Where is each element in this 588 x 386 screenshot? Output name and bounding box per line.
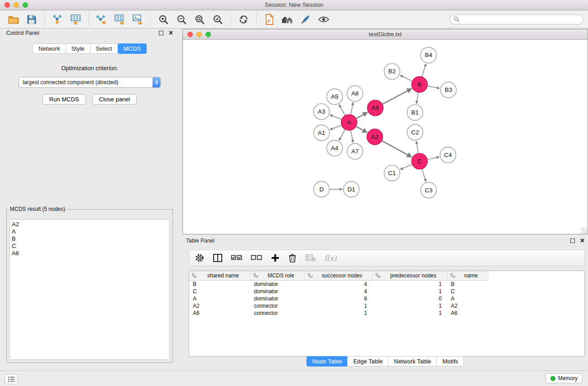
- add-column-button[interactable]: [271, 253, 280, 262]
- table-row[interactable]: Adominator80A: [189, 295, 488, 302]
- zoom-out-button[interactable]: [172, 12, 191, 27]
- graph-edge-C-C1[interactable]: [400, 165, 412, 170]
- tab-edge-table[interactable]: Edge Table: [347, 356, 388, 367]
- function-builder-button[interactable]: f(x): [324, 254, 336, 262]
- zoom-window-button[interactable]: [23, 2, 28, 8]
- tab-select[interactable]: Select: [90, 43, 118, 54]
- tab-node-table[interactable]: Node Table: [306, 356, 348, 367]
- graph-edge-C-C2[interactable]: [416, 141, 418, 153]
- graph-edge-A6-B[interactable]: [382, 89, 411, 104]
- tab-motifs[interactable]: Motifs: [436, 356, 464, 367]
- network-zoom-button[interactable]: [206, 32, 211, 37]
- home-button[interactable]: [278, 12, 296, 27]
- graph-edge-A-A4[interactable]: [339, 130, 345, 140]
- tab-style[interactable]: Style: [66, 43, 91, 54]
- graph-node-C3[interactable]: C3: [421, 182, 436, 198]
- deselect-all-button[interactable]: [251, 254, 263, 262]
- table-row[interactable]: A6connector11A6: [189, 310, 488, 317]
- tab-network[interactable]: Network: [33, 43, 66, 54]
- graph-node-A2[interactable]: A2: [367, 129, 383, 145]
- show-hide-details-button[interactable]: [315, 12, 333, 27]
- close-panel-button[interactable]: Close panel: [92, 94, 137, 105]
- graph-edge-B-B2[interactable]: [400, 75, 412, 81]
- close-table-panel-icon[interactable]: ×: [580, 237, 584, 244]
- float-table-panel-icon[interactable]: [570, 238, 575, 243]
- network-canvas-svg[interactable]: B4B2BB3A5A8A6A3B1AC2A1A2A4A7C4CC1DD1C3: [183, 40, 588, 234]
- table-row[interactable]: Cdominator41C: [189, 288, 488, 295]
- export-image-button[interactable]: [129, 12, 147, 27]
- graph-edge-B-B3[interactable]: [428, 86, 440, 88]
- graph-node-B4[interactable]: B4: [421, 47, 436, 63]
- select-all-button[interactable]: [231, 254, 243, 262]
- search-box[interactable]: [449, 14, 583, 24]
- column-header-successor-nodes[interactable]: successor nodes: [305, 271, 373, 280]
- network-minimize-button[interactable]: [196, 32, 202, 37]
- apply-layout-button[interactable]: [234, 12, 253, 27]
- open-file-button[interactable]: [5, 12, 23, 27]
- graph-node-D[interactable]: D: [314, 181, 330, 197]
- graph-node-A5[interactable]: A5: [327, 89, 343, 105]
- graph-node-A4[interactable]: A4: [327, 140, 343, 156]
- graph-edge-A-A8[interactable]: [351, 102, 353, 114]
- graph-node-A1[interactable]: A1: [314, 125, 330, 141]
- graph-edge-B-B1[interactable]: [416, 93, 418, 104]
- zoom-fit-button[interactable]: [191, 12, 209, 27]
- graph-node-A6[interactable]: A6: [368, 100, 383, 116]
- graph-edge-A-A2[interactable]: [356, 127, 367, 133]
- network-canvas[interactable]: B4B2BB3A5A8A6A3B1AC2A1A2A4A7C4CC1DD1C3: [183, 40, 588, 234]
- minimize-window-button[interactable]: [14, 2, 19, 8]
- tab-network-table[interactable]: Network Table: [388, 356, 437, 367]
- graph-node-C1[interactable]: C1: [384, 165, 400, 181]
- graph-node-C[interactable]: C: [411, 153, 427, 169]
- search-input[interactable]: [462, 15, 579, 23]
- memory-button[interactable]: Memory: [545, 373, 583, 383]
- graph-edge-A-A5[interactable]: [339, 105, 345, 115]
- graph-edge-C-C3[interactable]: [422, 169, 425, 181]
- graph-node-D1[interactable]: D1: [344, 181, 359, 197]
- annotations-button[interactable]: [296, 12, 315, 27]
- graph-edge-A2-C[interactable]: [382, 141, 411, 157]
- graph-node-B[interactable]: B: [411, 76, 427, 92]
- tab-mcds[interactable]: MCDS: [118, 43, 147, 54]
- graph-edge-B-B4[interactable]: [422, 64, 426, 76]
- run-mcds-button[interactable]: Run MCDS: [43, 94, 86, 105]
- graph-node-B1[interactable]: B1: [407, 105, 423, 120]
- close-window-button[interactable]: [5, 2, 10, 8]
- export-network-button[interactable]: [92, 12, 110, 27]
- table-settings-button[interactable]: [195, 253, 205, 263]
- close-panel-icon[interactable]: ×: [169, 29, 173, 37]
- column-header-predecessor-nodes[interactable]: predecessor nodes: [373, 271, 447, 280]
- delete-column-button[interactable]: [288, 253, 297, 263]
- table-row[interactable]: Bdominator41B: [189, 280, 488, 288]
- resize-grip[interactable]: [581, 228, 587, 234]
- column-header-name[interactable]: name: [447, 271, 488, 280]
- save-session-button[interactable]: [23, 12, 41, 27]
- column-header-mcds-role[interactable]: MCDS role: [250, 271, 305, 280]
- graph-node-B2[interactable]: B2: [384, 63, 400, 79]
- delete-table-button[interactable]: [305, 253, 316, 262]
- graph-node-C4[interactable]: C4: [440, 147, 456, 163]
- import-table-button[interactable]: [67, 12, 85, 27]
- graph-edge-A-A7[interactable]: [351, 131, 353, 143]
- graph-node-A3[interactable]: A3: [314, 104, 330, 119]
- network-close-button[interactable]: [187, 32, 193, 37]
- graph-edge-C-C4[interactable]: [428, 157, 439, 160]
- optimization-criterion-dropdown[interactable]: largest connected component (directed): [19, 77, 161, 88]
- column-header-shared-name[interactable]: shared name: [189, 271, 250, 280]
- export-table-button[interactable]: [110, 12, 129, 27]
- graph-edge-A-A6[interactable]: [356, 112, 367, 118]
- mcds-result-list[interactable]: A2ABCA6: [10, 219, 170, 360]
- graph-edge-A-A1[interactable]: [330, 125, 341, 129]
- graph-node-A8[interactable]: A8: [347, 86, 363, 101]
- node-table[interactable]: shared nameMCDS rolesuccessor nodesprede…: [189, 271, 585, 357]
- graph-node-A[interactable]: A: [341, 114, 357, 130]
- graph-edge-A-A3[interactable]: [330, 115, 341, 119]
- zoom-selected-button[interactable]: [209, 12, 227, 27]
- import-network-button[interactable]: [48, 12, 67, 27]
- graph-node-B3[interactable]: B3: [440, 82, 456, 98]
- float-panel-icon[interactable]: [159, 31, 163, 35]
- graph-node-A7[interactable]: A7: [347, 143, 363, 159]
- table-row[interactable]: A2connector11A2: [189, 302, 488, 310]
- open-document-button[interactable]: [260, 12, 278, 27]
- task-history-button[interactable]: [5, 374, 18, 384]
